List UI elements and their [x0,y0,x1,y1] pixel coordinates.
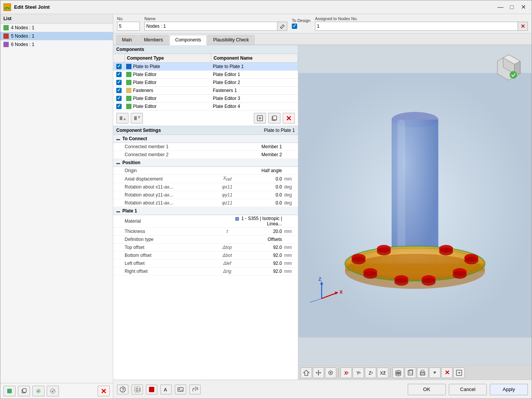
settings-row-unit: mm [284,245,298,250]
type-col-header: Component Type [125,54,211,62]
settings-row-content: Axial displacement [125,176,216,182]
settings-row-sym: Δrig [216,269,239,274]
svg-point-50 [421,278,435,285]
view-close-button[interactable]: ✕ [441,367,453,378]
settings-row-value: 0.0 [239,176,284,182]
settings-row-unit: deg [284,184,298,190]
view-translate-button[interactable] [313,367,324,378]
name-edit-button[interactable] [277,22,287,31]
settings-row-sym: Δbot [216,253,239,258]
ok-button[interactable]: OK [408,384,446,395]
delete-component-button[interactable] [283,113,295,124]
view-x-button[interactable]: X [340,367,352,378]
list-check-button[interactable] [47,386,59,396]
to-design-label: To Design [292,18,310,23]
view-export-button[interactable] [453,367,465,378]
settings-title: Component Settings [116,128,161,133]
component-row[interactable]: Plate Editor Plate Editor 4 [113,103,298,111]
svg-text:0.00: 0.00 [136,387,141,393]
move-up-button[interactable] [116,113,128,124]
settings-row-value: Member 2 [239,152,284,157]
zero-button[interactable]: 0.00 [131,385,143,394]
settings-row-sym: Δtop [216,245,239,250]
help-button[interactable]: ? [117,385,128,394]
section-label: To Connect [122,136,147,141]
list-item-color [3,33,9,39]
tab-components[interactable]: Components [169,35,207,45]
view-y-button[interactable]: Y [353,367,364,378]
component-name-cell: Plate Editor 1 [211,71,298,78]
tab-members[interactable]: Members [138,35,169,44]
tab-main[interactable]: Main [116,35,138,44]
cancel-button[interactable]: Cancel [449,384,487,395]
assigned-clear-button[interactable]: ✕ [518,22,528,31]
list-add-button[interactable] [3,386,16,396]
view-box-button[interactable] [405,367,416,378]
red-indicator-button[interactable] [146,385,157,394]
component-checkbox[interactable] [116,104,122,109]
component-row[interactable]: Plate to Plate Plate to Plate 1 [113,63,298,71]
list-delete-button[interactable] [98,386,110,396]
view-home-button[interactable] [301,367,312,378]
to-design-checkbox[interactable] [292,24,297,29]
view-print-button[interactable] [417,367,428,378]
no-input[interactable] [117,22,140,31]
image-button[interactable] [175,385,186,394]
component-checkbox[interactable] [116,80,122,85]
apply-button[interactable]: Apply [490,384,528,395]
component-row[interactable]: Fasteners Fasteners 1 [113,87,298,95]
list-item[interactable]: 4 Nodes : 1 [0,24,113,32]
component-row[interactable]: Plate Editor Plate Editor 1 [113,71,298,79]
settings-row-label: Thickness [125,228,214,234]
settings-row-unit: deg [284,192,298,198]
tab-plausibility-check[interactable]: Plausibility Check [207,35,255,44]
list-copy-button[interactable] [18,386,30,396]
component-action-buttons [113,111,298,126]
toolbar-separator [338,368,339,377]
component-row[interactable]: Plate Editor Plate Editor 2 [113,79,298,87]
to-connect-section: ▬ To Connect [113,135,298,143]
settings-row-value: 0.0 [239,200,284,206]
settings-row-sym: φx11 [216,184,239,190]
settings-row-content: Left offset [125,260,216,266]
3d-viewer-panel: Z X [298,45,532,380]
title-bar: Edit Steel Joint — □ ✕ [0,0,532,14]
name-field-group: Name [144,16,287,31]
function-button[interactable]: f(x) [189,385,201,394]
close-button[interactable]: ✕ [518,3,529,12]
settings-row: Connected member 2 Member 2 [113,151,298,159]
settings-row: Connected member 1 Member 1 [113,143,298,151]
name-input[interactable] [144,22,277,31]
component-row[interactable]: Plate Editor Plate Editor 3 [113,95,298,103]
move-down-button[interactable] [131,113,143,124]
view-settings-button[interactable] [325,367,336,378]
add-component-button[interactable] [254,113,266,124]
navigation-cube[interactable] [494,53,524,83]
view-xz-button[interactable]: XZ [377,367,388,378]
viewer-area[interactable]: Z X [298,45,532,365]
maximize-button[interactable]: □ [507,3,517,12]
view-z-button[interactable]: Z [365,367,376,378]
view-dropdown-button[interactable] [429,367,440,378]
duplicate-button[interactable] [268,113,280,124]
component-checkbox[interactable] [116,64,122,69]
svg-rect-6 [7,391,9,393]
component-checkbox[interactable] [116,96,122,101]
svg-marker-91 [459,372,460,374]
name-field-wrapper [144,22,287,31]
svg-text:X: X [339,290,343,295]
assigned-input[interactable] [315,22,518,31]
svg-text:f: f [192,387,194,393]
component-checkbox[interactable] [116,88,122,93]
text-format-button[interactable]: A [160,385,172,394]
svg-rect-14 [120,116,122,120]
list-item[interactable]: 6 Nodes : 1 [0,40,113,49]
assigned-label: Assigned to Nodes No. [315,16,528,21]
svg-text:A: A [164,387,167,393]
view-layer-button[interactable] [393,367,404,378]
list-validate-button[interactable] [32,386,44,396]
settings-row-content: Thickness [125,228,216,234]
minimize-button[interactable]: — [495,3,506,12]
list-item[interactable]: 5 Nodes : 1 [0,32,113,40]
component-checkbox[interactable] [116,72,122,77]
